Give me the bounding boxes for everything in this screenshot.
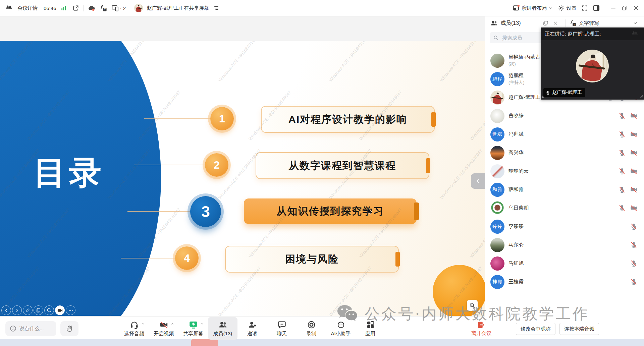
toolbar-camera-off-button[interactable]: 开启视频 [149, 317, 178, 340]
toolbar-members-button[interactable]: 成员(13) [208, 317, 237, 340]
member-row[interactable]: 马尔仑 [485, 236, 644, 254]
member-row[interactable]: 马红旭 [485, 254, 644, 273]
rename-button[interactable]: 修改会中昵称 [516, 323, 555, 335]
taskbar-item[interactable] [191, 339, 218, 346]
agenda-item[interactable]: 从数字课程到智慧课程 [256, 152, 429, 179]
member-row[interactable]: 桂霞王桂霞 [485, 273, 644, 291]
cam-off-icon[interactable] [630, 204, 638, 212]
member-row[interactable]: 静静的云 [485, 162, 644, 180]
pen-tool-button[interactable] [23, 305, 33, 315]
caret-up-icon[interactable] [170, 322, 174, 326]
cloud-record-icon[interactable] [88, 4, 96, 12]
member-row[interactable]: 乌日柴胡 [485, 199, 644, 217]
mic-muted-icon[interactable] [630, 241, 638, 249]
members-icon [490, 19, 498, 27]
restore-button[interactable] [621, 5, 628, 11]
mic-muted-icon[interactable] [618, 204, 626, 212]
member-row[interactable]: 高兴华 [485, 143, 644, 162]
toolbar-label: AI小助手 [331, 331, 351, 337]
agenda-item-number: 3 [190, 196, 221, 227]
mic-muted-icon[interactable] [630, 260, 638, 267]
collapse-chevron-icon[interactable] [633, 20, 638, 26]
member-row[interactable]: 和雅萨和雅 [485, 180, 644, 199]
toolbar-invite-button[interactable]: 邀请 [237, 317, 267, 340]
camera-control-button[interactable] [55, 305, 65, 315]
caret-up-icon[interactable] [141, 322, 145, 326]
divider [605, 5, 605, 11]
side-panel-toggle-icon[interactable] [593, 4, 600, 12]
toolbar-ai-button[interactable]: AI小助手 [326, 317, 356, 340]
camera-off-icon [159, 320, 168, 329]
member-name: 范鹏程 [508, 72, 525, 79]
fullscreen-icon[interactable] [581, 5, 588, 11]
headset-icon [130, 320, 139, 329]
mic-muted-icon[interactable] [618, 149, 626, 157]
panel-collapse-handle[interactable] [471, 173, 485, 189]
toolbar-headset-button[interactable]: 选择音频 [119, 317, 149, 340]
speaker-video-overlay[interactable]: 正在讲话: 赵广辉-武理工; 赵广辉-武理工 [541, 27, 644, 100]
network-signal-icon [60, 5, 67, 11]
agenda-item-number: 4 [175, 246, 199, 270]
toolbar-screen-share-button[interactable]: 共享屏幕 [178, 317, 208, 340]
more-tools-button[interactable] [66, 305, 75, 315]
agenda-item[interactable]: 从知识传授到探究学习 [244, 198, 417, 224]
mic-muted-icon[interactable] [618, 186, 626, 193]
popout-panel-icon[interactable] [543, 20, 549, 26]
pages-button[interactable] [34, 305, 43, 315]
leave-label: 离开会议 [471, 330, 491, 337]
cam-off-icon[interactable] [630, 167, 638, 175]
raise-hand-button[interactable] [60, 321, 78, 336]
invite-icon [248, 320, 257, 329]
toolbar-record-button[interactable]: 录制 [297, 317, 326, 340]
multi-screen-indicator[interactable]: · 2 [111, 4, 126, 12]
quick-chat-input[interactable]: 说点什么... [5, 321, 56, 336]
resize-grip-icon[interactable] [637, 92, 643, 99]
interpretation-icon[interactable]: T [100, 4, 107, 12]
chevron-down-icon [548, 6, 553, 10]
bottom-toolbar: 说点什么... 选择音频开启视频共享屏幕成员(13)邀请聊天录制AI小助手应用 … [0, 317, 644, 339]
member-name: 李臻臻 [508, 223, 524, 230]
caret-up-icon[interactable] [200, 322, 204, 326]
toolbar-chat-button[interactable]: 聊天 [267, 317, 297, 340]
layout-selector[interactable]: 演讲者布局 [513, 4, 553, 12]
zoom-in-button[interactable] [467, 300, 478, 311]
screens-count: · 2 [120, 5, 126, 11]
settings-button[interactable]: 设置 [558, 5, 577, 12]
presentation-slide: 目录 1AI对程序设计教学的影响2从数字课程到智慧课程3从知识传授到探究学习4困… [0, 41, 485, 316]
member-avatar [490, 164, 504, 178]
magnifier-button[interactable] [44, 305, 54, 315]
agenda-item[interactable]: 困境与风险 [225, 246, 399, 273]
toolbar-apps-button[interactable]: 应用 [356, 317, 385, 340]
member-row[interactable]: 曹晓静 [485, 107, 644, 125]
shared-screen-area: 目录 1AI对程序设计教学的影响2从数字课程到智慧课程3从知识传授到探究学习4困… [0, 16, 485, 317]
mic-muted-icon[interactable] [618, 112, 626, 120]
leave-meeting-button[interactable]: 离开会议 [463, 317, 500, 340]
next-slide-button[interactable] [12, 305, 22, 315]
resize-grip-icon[interactable] [541, 92, 548, 99]
prev-slide-button[interactable] [1, 305, 11, 315]
transcription-icon: T [570, 20, 577, 27]
cam-off-icon[interactable] [630, 112, 638, 120]
close-button[interactable] [633, 5, 639, 11]
agenda-item[interactable]: AI对程序设计教学的影响 [261, 106, 435, 133]
mic-muted-icon[interactable] [630, 223, 638, 230]
mic-muted-icon[interactable] [618, 167, 626, 175]
member-row[interactable]: 世斌冯世斌 [485, 125, 644, 143]
mic-muted-icon[interactable] [630, 278, 638, 286]
cam-off-icon[interactable] [630, 186, 638, 193]
mic-muted-icon[interactable] [618, 130, 626, 138]
cam-off-icon[interactable] [630, 149, 638, 157]
connect-audio-button[interactable]: 连接本端音频 [559, 323, 599, 335]
slide-title: 目录 [34, 152, 105, 195]
agenda-item-number: 2 [205, 153, 228, 177]
cam-off-icon[interactable] [630, 130, 638, 138]
open-external-icon[interactable] [72, 5, 79, 11]
close-panel-icon[interactable] [553, 20, 558, 26]
connector-line [134, 165, 206, 165]
taskbar-strip [0, 339, 644, 346]
transcription-tab[interactable]: 文字转写 [579, 20, 599, 26]
member-name: 萨和雅 [508, 186, 524, 193]
minimize-button[interactable] [610, 5, 616, 11]
meeting-details-button[interactable]: 会议详情 [17, 5, 38, 11]
member-row[interactable]: 臻臻李臻臻 [485, 217, 644, 236]
